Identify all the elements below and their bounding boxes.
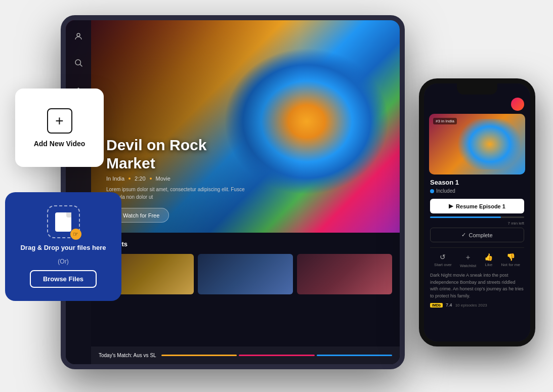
drag-icon-wrapper: ☞ — [47, 205, 80, 238]
add-icon: + — [47, 108, 72, 134]
phone-avatar[interactable] — [511, 98, 524, 111]
start-over-icon: ↺ — [440, 253, 446, 261]
resume-episode-button[interactable]: ▶ Resume Episode 1 — [430, 199, 524, 213]
imdb-row: IMDb 7.4 10 episodes 2023 — [430, 302, 524, 308]
tablet-screen: Devil on Rock Market In India 2:20 Movie… — [66, 20, 400, 364]
hero-description: Lorem ipsum dolor sit amet, consectetur … — [106, 186, 248, 201]
tablet-bottom-section: ar Sports Today's Match: Aus vs SL — [91, 233, 400, 364]
included-dot — [430, 189, 434, 193]
phone-notch — [457, 83, 497, 95]
imdb-badge: IMDb — [430, 303, 443, 308]
phone-hero-thumbnail[interactable]: #3 in India — [429, 114, 525, 175]
thumbnail-3[interactable] — [297, 254, 392, 294]
phone-action-row: ↺ Start over ＋ Watchlist 👍 Like 👎 Not fo… — [430, 247, 524, 268]
drag-drop-text: Drag & Drop your files here — [20, 243, 106, 252]
included-text: Included — [436, 188, 455, 194]
hero-meta: In India 2:20 Movie — [106, 176, 385, 182]
progress-fill — [430, 216, 501, 218]
watchlist-icon: ＋ — [464, 253, 472, 262]
like-label: Like — [485, 263, 493, 267]
add-video-card[interactable]: + Add New Video — [15, 89, 104, 167]
like-action[interactable]: 👍 Like — [484, 253, 493, 268]
start-over-action[interactable]: ↺ Start over — [434, 253, 452, 268]
svg-point-1 — [75, 60, 81, 65]
episode-progress-bar — [430, 216, 524, 218]
tablet-main-content: Devil on Rock Market In India 2:20 Movie… — [91, 20, 400, 364]
not-for-me-icon: 👎 — [506, 253, 515, 261]
not-for-me-label: Not for me — [501, 263, 520, 267]
imdb-score: 7.4 — [446, 302, 452, 308]
play-icon: ▶ — [449, 203, 453, 209]
complete-checkmark-icon: ✓ — [461, 232, 466, 238]
progress-seg-1 — [161, 355, 237, 356]
hero-overlay: Devil on Rock Market In India 2:20 Movie… — [91, 20, 400, 233]
or-text: (Or) — [58, 258, 68, 265]
start-over-label: Start over — [434, 263, 452, 267]
phone-season-title: Season 1 — [430, 179, 524, 186]
ticker-text: Today's Match: Aus vs SL — [99, 353, 156, 358]
hero-title: Devil on Rock Market — [106, 136, 385, 172]
browse-files-button[interactable]: Browse Files — [30, 270, 97, 288]
watchlist-action[interactable]: ＋ Watchlist — [460, 253, 476, 268]
watchlist-label: Watchlist — [460, 264, 476, 268]
progress-seg-3 — [317, 355, 392, 356]
complete-button[interactable]: ✓ Complete — [430, 228, 524, 242]
phone-included-row: Included — [430, 188, 524, 194]
phone-body: Season 1 Included ▶ Resume Episode 1 7 m… — [424, 175, 530, 312]
sports-section-title: ar Sports — [99, 240, 392, 248]
phone-description: Dark Night movie A sneak into the post i… — [430, 272, 524, 299]
time-left-label: 7 min left — [430, 221, 524, 226]
file-icon — [55, 212, 71, 232]
phone-screen: #3 in India Season 1 Included ▶ Resume E… — [424, 83, 530, 341]
thumbnails-row — [99, 254, 392, 294]
progress-indicators — [161, 355, 392, 356]
search-icon[interactable] — [72, 57, 84, 69]
like-icon: 👍 — [484, 253, 493, 261]
not-for-me-action[interactable]: 👎 Not for me — [501, 253, 520, 268]
thumbnail-2[interactable] — [198, 254, 293, 294]
add-video-label: Add New Video — [34, 140, 86, 148]
svg-line-2 — [80, 64, 82, 66]
ticker-bar: Today's Match: Aus vs SL — [91, 346, 400, 364]
drag-drop-card: ☞ Drag & Drop your files here (Or) Brows… — [5, 192, 121, 301]
progress-seg-2 — [239, 355, 314, 356]
episodes-info: 10 episodes 2023 — [455, 303, 487, 308]
phone-hero-badge: #3 in India — [433, 118, 457, 124]
user-icon[interactable] — [72, 30, 84, 42]
cursor-icon: ☞ — [70, 229, 81, 240]
svg-point-0 — [77, 33, 80, 36]
phone-device: #3 in India Season 1 Included ▶ Resume E… — [419, 78, 535, 346]
